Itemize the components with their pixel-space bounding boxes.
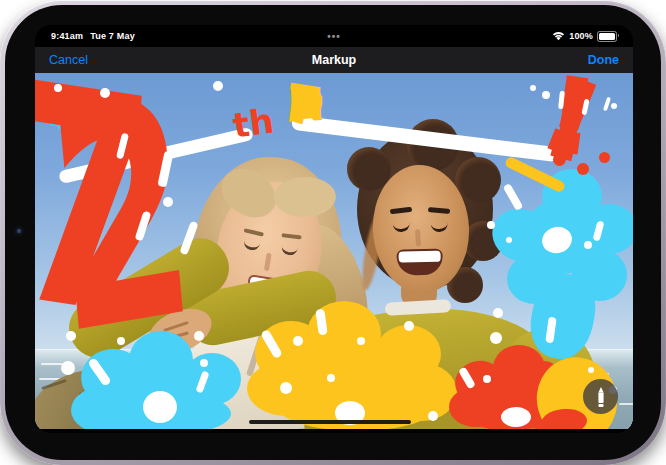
done-button[interactable]: Done: [588, 53, 619, 67]
yellow-flower-doodle: [247, 301, 459, 429]
cancel-button[interactable]: Cancel: [49, 53, 88, 67]
white-dot: [506, 237, 512, 243]
white-dot: [611, 103, 617, 109]
white-dot: [213, 81, 223, 91]
white-dot: [280, 382, 292, 394]
white-dot: [54, 84, 62, 92]
white-dot: [200, 359, 208, 367]
flower-center: [143, 391, 177, 423]
white-exclamation-dot: [163, 197, 173, 207]
white-dot: [404, 321, 414, 331]
white-dot: [490, 332, 502, 344]
status-bar: 9:41am Tue 7 May ••• 100%: [35, 25, 633, 47]
white-dot: [493, 308, 503, 318]
screenshot-stage: 9:41am Tue 7 May ••• 100% Cancel: [0, 0, 666, 465]
white-dot: [584, 241, 592, 249]
white-dot: [100, 88, 110, 98]
white-dot: [542, 91, 550, 99]
red-dot: [577, 163, 589, 175]
blue-flower-doodle: [487, 169, 633, 349]
markup-nav-bar: Cancel Markup Done: [35, 47, 633, 73]
ipad-bezel: 9:41am Tue 7 May ••• 100% Cancel: [5, 5, 661, 460]
screen: 9:41am Tue 7 May ••• 100% Cancel: [35, 25, 633, 433]
white-dot: [61, 361, 75, 375]
front-camera-icon: [14, 226, 24, 236]
th-doodle-text: th: [230, 100, 276, 145]
battery-icon: [597, 31, 617, 42]
page-title: Markup: [35, 53, 633, 67]
white-dot: [66, 331, 76, 341]
ipad-device: 9:41am Tue 7 May ••• 100% Cancel: [0, 0, 666, 465]
tool-drawer-handle[interactable]: [249, 420, 411, 424]
flower-center: [501, 407, 531, 427]
white-dot: [588, 367, 594, 373]
white-highlight: [483, 375, 491, 383]
white-dot: [487, 221, 495, 229]
white-dot: [530, 85, 536, 91]
white-dot: [428, 411, 438, 421]
photo-canvas[interactable]: HAPPY 27 th BIRTHDAY !!!: [35, 73, 633, 429]
multitask-dots-icon[interactable]: •••: [35, 31, 633, 42]
white-dot: [117, 337, 125, 345]
red-dot: [599, 152, 610, 163]
white-dot: [327, 374, 335, 382]
white-dot: [194, 331, 204, 341]
red-dot: [553, 153, 566, 166]
apple-pencil-icon: [593, 386, 609, 408]
pencil-tool-button[interactable]: [583, 379, 618, 414]
white-dot: [293, 336, 303, 346]
white-highlight: [503, 183, 524, 211]
markup-drawing-layer: HAPPY 27 th BIRTHDAY !!!: [35, 73, 633, 429]
white-dot: [357, 337, 365, 345]
